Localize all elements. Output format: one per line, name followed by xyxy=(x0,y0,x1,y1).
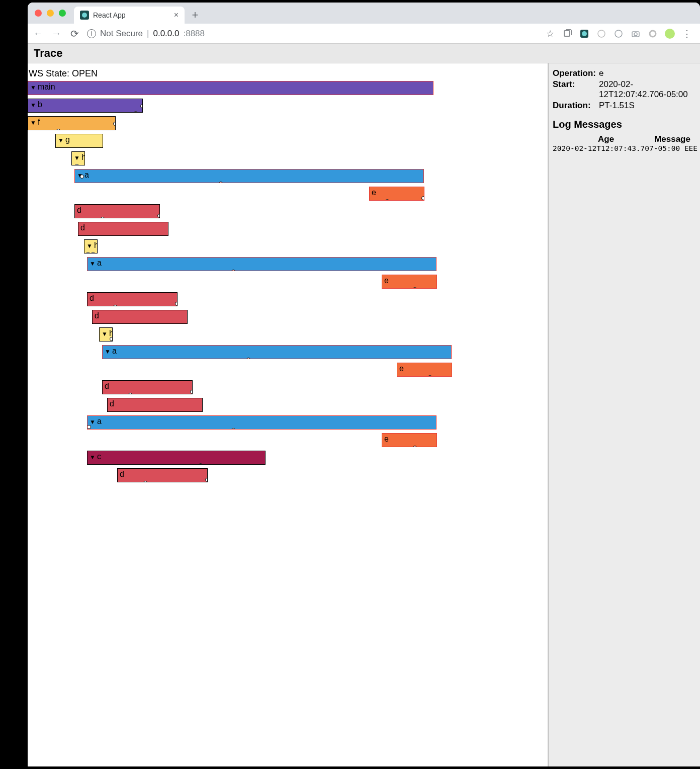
event-marker[interactable] xyxy=(421,196,424,200)
event-marker[interactable] xyxy=(113,305,117,306)
back-icon[interactable]: ← xyxy=(33,28,44,39)
event-marker[interactable] xyxy=(231,270,235,271)
event-marker[interactable] xyxy=(219,182,223,183)
span-tree[interactable]: ▼main▼b▼f▼g▼h▼aedd▼h▼aedd▼h▼aedd▼ae▼cd xyxy=(28,81,548,498)
info-icon[interactable]: i xyxy=(87,29,96,38)
camera-icon[interactable] xyxy=(631,29,641,39)
event-marker[interactable] xyxy=(199,463,203,465)
event-marker[interactable] xyxy=(140,104,143,108)
star-icon[interactable]: ☆ xyxy=(545,29,555,39)
event-marker[interactable] xyxy=(75,164,79,165)
event-marker[interactable] xyxy=(80,175,84,179)
zoom-window-button[interactable] xyxy=(59,10,66,17)
event-marker[interactable] xyxy=(190,390,193,394)
ring-icon[interactable] xyxy=(648,29,658,39)
event-marker[interactable] xyxy=(175,302,178,306)
span-label: d xyxy=(80,223,85,232)
collapse-toggle-icon[interactable]: ▼ xyxy=(90,454,96,461)
collapse-toggle-icon[interactable]: ▼ xyxy=(58,137,64,144)
collapse-toggle-icon[interactable]: ▼ xyxy=(30,102,36,109)
span-h[interactable]: ▼h xyxy=(71,151,85,165)
kv-start: Start: 2020-02-12T12:07:42.706-05:00 xyxy=(553,79,696,100)
duration-key: Duration: xyxy=(553,101,599,111)
event-marker[interactable] xyxy=(413,446,417,447)
span-a[interactable]: ▼a xyxy=(87,257,436,271)
event-marker[interactable] xyxy=(101,217,105,218)
event-marker[interactable] xyxy=(113,122,116,126)
kebab-icon[interactable]: ⋮ xyxy=(682,29,692,39)
collapse-toggle-icon[interactable]: ▼ xyxy=(105,348,111,355)
event-marker[interactable] xyxy=(86,252,90,253)
span-d[interactable]: d xyxy=(102,380,193,394)
event-marker[interactable] xyxy=(231,428,235,430)
span-d[interactable]: d xyxy=(92,310,188,324)
close-tab-icon[interactable]: × xyxy=(174,11,179,20)
span-h[interactable]: ▼h xyxy=(84,239,98,253)
event-marker[interactable] xyxy=(157,214,160,218)
span-a[interactable]: ▼a xyxy=(102,345,452,359)
span-main[interactable]: ▼main xyxy=(28,81,433,95)
tabs-icon[interactable] xyxy=(562,29,572,39)
tab-strip: React App × + xyxy=(28,3,700,24)
collapse-toggle-icon[interactable]: ▼ xyxy=(30,84,36,91)
event-marker[interactable] xyxy=(128,393,132,394)
span-g[interactable]: ▼g xyxy=(55,134,103,148)
circle-icon[interactable] xyxy=(614,29,624,39)
collapse-toggle-icon[interactable]: ▼ xyxy=(74,154,80,161)
collapse-toggle-icon[interactable]: ▼ xyxy=(30,119,36,126)
span-label: e xyxy=(399,364,404,373)
collapse-toggle-icon[interactable]: ▼ xyxy=(90,418,96,425)
browser-tab[interactable]: React App × xyxy=(74,7,185,24)
profile-avatar[interactable] xyxy=(665,29,675,39)
ws-state: WS State: OPEN xyxy=(28,63,548,81)
close-window-button[interactable] xyxy=(35,10,42,17)
log-messages-heading: Log Messages xyxy=(553,119,696,130)
span-e[interactable]: e xyxy=(369,187,424,201)
page-title: Trace xyxy=(28,44,700,63)
span-label: e xyxy=(372,188,376,197)
span-e[interactable]: e xyxy=(382,433,437,447)
span-d[interactable]: d xyxy=(117,468,208,482)
omnibox[interactable]: i Not Secure | 0.0.0.0:8888 xyxy=(87,29,538,39)
ws-state-prefix: WS State: xyxy=(29,68,72,78)
event-marker[interactable] xyxy=(143,481,147,482)
span-d[interactable]: d xyxy=(87,292,178,306)
event-marker[interactable] xyxy=(385,199,389,201)
span-d[interactable]: d xyxy=(107,398,203,412)
event-marker[interactable] xyxy=(56,129,60,130)
globe-icon[interactable] xyxy=(596,29,606,39)
minimize-window-button[interactable] xyxy=(47,10,54,17)
span-b[interactable]: ▼b xyxy=(28,99,143,113)
event-marker[interactable] xyxy=(87,425,91,429)
trace-pane: WS State: OPEN ▼main▼b▼f▼g▼h▼aedd▼h▼aedd… xyxy=(28,63,548,766)
collapse-toggle-icon[interactable]: ▼ xyxy=(102,330,108,337)
event-marker[interactable] xyxy=(134,111,138,113)
event-marker[interactable] xyxy=(205,478,208,482)
tab-title: React App xyxy=(93,11,126,19)
span-a[interactable]: ▼a xyxy=(74,169,424,183)
span-d[interactable]: d xyxy=(78,222,168,236)
span-label: a xyxy=(112,347,117,355)
span-label: c xyxy=(97,452,101,461)
span-f[interactable]: ▼f xyxy=(28,116,116,130)
svg-point-1 xyxy=(598,30,605,37)
event-marker[interactable] xyxy=(110,337,113,341)
span-c[interactable]: ▼c xyxy=(87,451,266,465)
collapse-toggle-icon[interactable]: ▼ xyxy=(90,260,96,267)
extension-icon[interactable] xyxy=(579,29,589,39)
reload-icon[interactable]: ⟳ xyxy=(69,28,80,40)
event-marker[interactable] xyxy=(428,375,432,377)
new-tab-button[interactable]: + xyxy=(188,8,203,23)
event-marker[interactable] xyxy=(246,358,250,359)
span-e[interactable]: e xyxy=(382,275,437,289)
event-marker[interactable] xyxy=(413,287,417,289)
span-label: b xyxy=(38,100,42,109)
span-e[interactable]: e xyxy=(397,363,452,377)
span-d[interactable]: d xyxy=(74,204,160,218)
event-marker[interactable] xyxy=(91,252,95,253)
span-label: h xyxy=(109,329,113,337)
forward-icon: → xyxy=(51,28,62,39)
span-h[interactable]: ▼h xyxy=(99,327,113,341)
collapse-toggle-icon[interactable]: ▼ xyxy=(86,242,93,249)
span-a[interactable]: ▼a xyxy=(87,415,436,430)
